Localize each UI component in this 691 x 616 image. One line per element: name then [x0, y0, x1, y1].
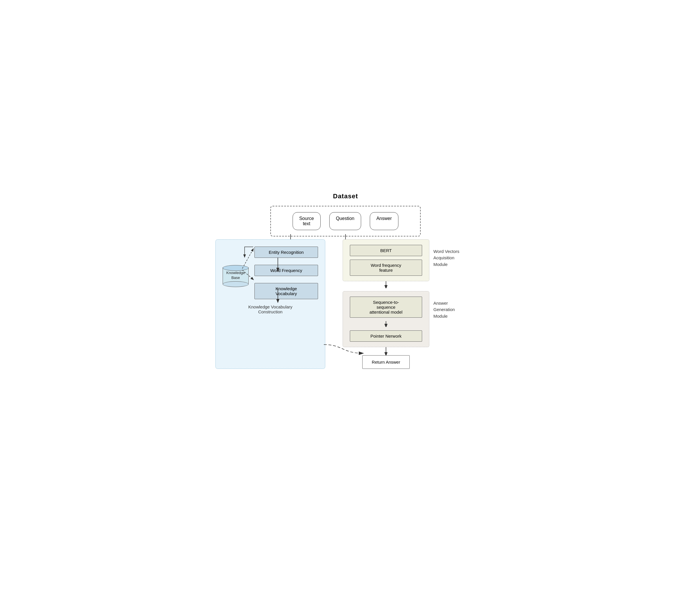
wv-panel: BERT Word frequencyfeature Word VectorsA…	[343, 239, 429, 281]
left-panel-label: Knowledge VocabularyConstruction	[223, 304, 318, 314]
bert-box: BERT	[350, 245, 422, 256]
word-frequency-feature-box: Word frequencyfeature	[350, 260, 422, 276]
ag-panel: Sequence-to-sequenceattentional model	[343, 291, 429, 347]
return-answer-box: Return Answer	[362, 355, 410, 369]
knowledge-vocabulary-box: KnowledgeVocabulary	[254, 283, 318, 299]
entity-recognition-box: Entity Recognition	[254, 247, 318, 258]
right-column: BERT Word frequencyfeature Word VectorsA…	[343, 239, 476, 369]
source-text-box: Sourcetext	[293, 212, 321, 230]
dataset-box: Sourcetext Question Answer	[270, 206, 421, 237]
knowledge-base: Knowledge Base	[223, 264, 249, 287]
wv-module-label: Word VectorsAcquisitionModule	[433, 248, 474, 268]
left-panel: Knowledge Base Entity Recognition Word F…	[215, 239, 325, 369]
diagram-title: Dataset	[215, 193, 476, 200]
word-frequency-box: Word Frequency	[254, 265, 318, 276]
seq2seq-arrow	[350, 321, 422, 327]
question-box: Question	[329, 212, 361, 230]
answer-box: Answer	[370, 212, 398, 230]
ag-to-return-arrow	[343, 347, 429, 355]
wv-to-ag-arrow	[343, 281, 429, 288]
seq2seq-box: Sequence-to-sequenceattentional model	[350, 296, 422, 318]
ag-module-label: AnswerGenerationModule	[433, 300, 474, 320]
diagram-wrapper: Dataset Sourcetext Question Answer	[215, 193, 476, 424]
pointer-network-box: Pointer Nerwork	[350, 330, 422, 342]
